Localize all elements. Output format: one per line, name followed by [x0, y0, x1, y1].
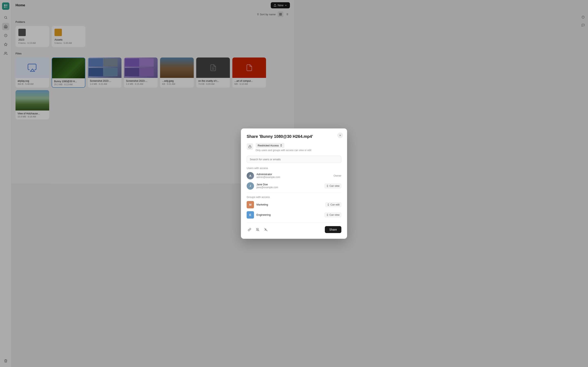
avatar-jane: J [247, 182, 254, 184]
share-modal: Share 'Bunny 1080@30 H264.mp4' × Restric… [241, 128, 294, 184]
user-email-admin: admin@example.com [256, 176, 294, 179]
modal-overlay: Share 'Bunny 1080@30 H264.mp4' × Restric… [0, 0, 294, 184]
chevron-up-down-icon [280, 144, 282, 147]
user-row-jane: J Jane Doe jane@example.com Can view [247, 182, 294, 184]
user-row-admin: A Administrator admin@example.com Owner [247, 172, 294, 179]
access-row: Restricted Access Only users and groups … [247, 143, 294, 152]
user-info-admin: Administrator admin@example.com [256, 173, 294, 179]
user-info-jane: Jane Doe jane@example.com [256, 183, 294, 184]
user-name-admin: Administrator [256, 173, 294, 176]
modal-title: Share 'Bunny 1080@30 H264.mp4' [247, 134, 294, 139]
lock-icon [247, 143, 253, 150]
svg-rect-31 [249, 146, 251, 148]
user-name-jane: Jane Doe [256, 183, 294, 184]
avatar-admin: A [247, 172, 254, 179]
user-search-input[interactable] [247, 156, 294, 163]
access-type-select[interactable]: Restricted Access [256, 143, 285, 148]
access-info: Restricted Access Only users and groups … [256, 143, 294, 152]
users-section-header: Users with access [247, 167, 294, 170]
access-description: Only users and groups with access can vi… [256, 149, 294, 152]
access-type-label: Restricted Access [258, 144, 279, 147]
